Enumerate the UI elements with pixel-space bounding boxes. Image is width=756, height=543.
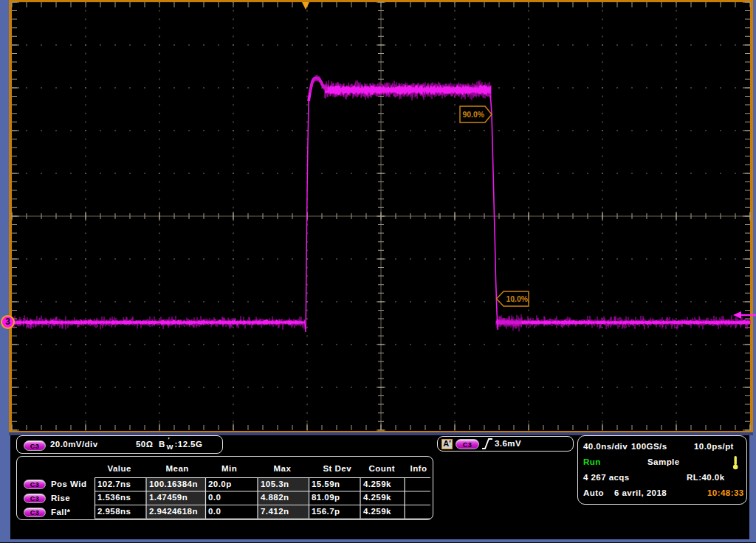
svg-text:90.0%: 90.0% xyxy=(463,111,484,119)
svg-text:10.0%: 10.0% xyxy=(506,295,528,303)
